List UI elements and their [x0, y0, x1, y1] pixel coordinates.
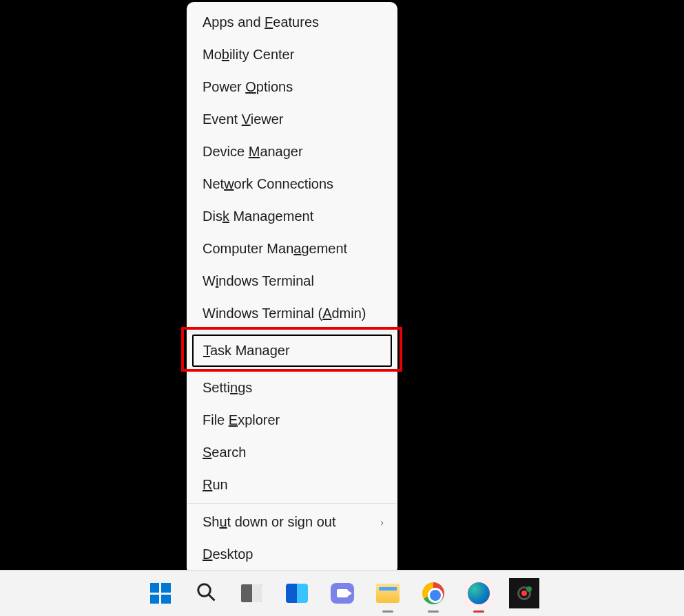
- chat-icon: [331, 583, 354, 604]
- taskbar-indicator: [428, 610, 439, 613]
- screen-recorder-button[interactable]: [509, 578, 539, 608]
- menu-item-run[interactable]: Run: [187, 469, 397, 501]
- menu-item-file-explorer[interactable]: File Explorer: [187, 404, 397, 436]
- menu-item-task-manager[interactable]: Task Manager: [192, 334, 392, 367]
- menu-divider: [188, 332, 396, 332]
- menu-item-apps-and-features[interactable]: Apps and Features: [187, 6, 397, 39]
- svg-line-1: [208, 595, 214, 601]
- winx-context-menu[interactable]: Apps and FeaturesMobility CenterPower Op…: [187, 2, 397, 575]
- menu-item-desktop[interactable]: Desktop: [187, 538, 397, 571]
- menu-item-network-connections[interactable]: Network Connections: [187, 168, 397, 200]
- menu-item-search[interactable]: Search: [187, 436, 397, 469]
- menu-item-windows-terminal-admin[interactable]: Windows Terminal (Admin): [187, 297, 397, 330]
- menu-item-windows-terminal[interactable]: Windows Terminal: [187, 265, 397, 297]
- start-button[interactable]: [145, 578, 176, 608]
- menu-divider: [188, 503, 396, 504]
- menu-item-computer-management[interactable]: Computer Management: [187, 233, 397, 265]
- menu-item-mobility-center[interactable]: Mobility Center: [187, 39, 397, 71]
- task-view-button[interactable]: [236, 578, 267, 608]
- chrome-icon: [422, 582, 444, 604]
- taskbar-indicator: [382, 610, 393, 613]
- search-icon: [196, 582, 216, 605]
- search-button[interactable]: [191, 578, 221, 608]
- menu-item-shut-down-or-sign-out[interactable]: Shut down or sign out›: [187, 506, 397, 538]
- chat-button[interactable]: [327, 578, 357, 608]
- menu-item-event-viewer[interactable]: Event Viewer: [187, 103, 397, 136]
- menu-item-disk-management[interactable]: Disk Management: [187, 200, 397, 233]
- menu-item-device-manager[interactable]: Device Manager: [187, 136, 397, 168]
- edge-icon: [468, 582, 490, 604]
- widgets-button[interactable]: [282, 578, 312, 608]
- windows-logo-icon: [150, 583, 171, 604]
- widgets-icon: [286, 584, 308, 603]
- chevron-right-icon: ›: [380, 516, 384, 529]
- menu-divider: [188, 369, 396, 370]
- screen-recorder-icon: [509, 578, 539, 608]
- svg-point-0: [198, 584, 210, 597]
- menu-item-settings[interactable]: Settings: [187, 372, 397, 404]
- taskbar: [0, 570, 684, 616]
- edge-button[interactable]: [464, 578, 494, 608]
- chrome-button[interactable]: [418, 578, 448, 608]
- task-view-icon: [241, 584, 262, 602]
- menu-item-power-options[interactable]: Power Options: [187, 71, 397, 103]
- file-explorer-icon: [376, 584, 400, 603]
- file-explorer-button[interactable]: [373, 578, 403, 608]
- taskbar-indicator: [473, 610, 484, 613]
